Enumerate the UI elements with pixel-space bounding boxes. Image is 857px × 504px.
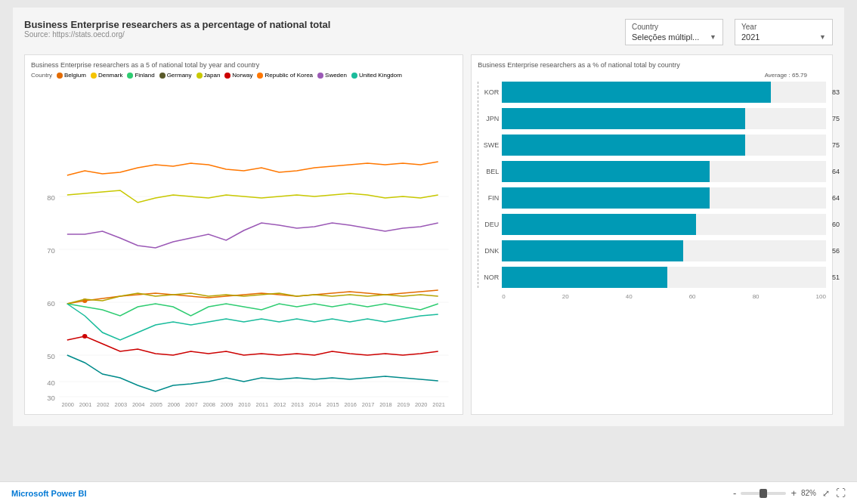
bottom-bar: Microsoft Power BI - + 82% ⤢ ⛶ bbox=[0, 481, 857, 504]
bar-fill-swe bbox=[502, 135, 745, 156]
svg-text:2000: 2000 bbox=[61, 401, 74, 408]
bar-label-dnk: DNK bbox=[478, 247, 499, 255]
bar-label-jpn: JPN bbox=[478, 115, 499, 122]
zoom-percent: 82% bbox=[801, 489, 816, 497]
zoom-plus-button[interactable]: + bbox=[789, 487, 798, 499]
expand-icon[interactable]: ⤢ bbox=[822, 488, 830, 499]
zoom-slider-thumb bbox=[760, 489, 767, 498]
svg-text:2013: 2013 bbox=[291, 401, 304, 408]
svg-text:2002: 2002 bbox=[97, 401, 110, 408]
line-belgium bbox=[67, 290, 438, 304]
bar-fill-kor bbox=[502, 82, 771, 103]
svg-text:2004: 2004 bbox=[132, 401, 145, 408]
main-title: Business Enterprise researchers as a per… bbox=[24, 19, 330, 30]
bar-track-swe: 75 bbox=[502, 135, 826, 156]
year-filter[interactable]: Year 2021 ▼ bbox=[735, 19, 833, 45]
bar-row-dnk: DNK 56 bbox=[478, 240, 826, 261]
legend-dot-germany bbox=[159, 73, 166, 79]
zoom-minus-button[interactable]: - bbox=[732, 487, 738, 499]
title-block: Business Enterprise researchers as a per… bbox=[24, 19, 330, 39]
svg-text:2003: 2003 bbox=[115, 401, 128, 408]
bar-track-fin: 64 bbox=[502, 187, 826, 209]
legend-dot-belgium bbox=[57, 73, 63, 79]
year-chevron-icon: ▼ bbox=[819, 33, 826, 41]
bar-value-fin: 64 bbox=[832, 194, 840, 202]
bar-chart-panel: Business Enterprise researchers as a % o… bbox=[471, 54, 833, 415]
country-filter[interactable]: Country Seleções múltipl... ▼ bbox=[625, 19, 723, 45]
legend-dot-finland bbox=[127, 73, 133, 79]
bar-value-swe: 75 bbox=[832, 141, 840, 149]
bar-value-bel: 64 bbox=[832, 168, 840, 175]
bar-row-kor: KOR 83 bbox=[478, 82, 826, 103]
bar-fill-dnk bbox=[502, 240, 683, 261]
legend-republic-korea: Republic of Korea bbox=[257, 72, 313, 79]
svg-text:2012: 2012 bbox=[274, 401, 286, 408]
svg-text:2017: 2017 bbox=[362, 401, 375, 408]
fullscreen-icon[interactable]: ⛶ bbox=[836, 487, 846, 499]
svg-text:2009: 2009 bbox=[221, 401, 234, 408]
country-filter-value[interactable]: Seleções múltipl... ▼ bbox=[632, 32, 716, 42]
country-chevron-icon: ▼ bbox=[710, 33, 716, 41]
bar-fill-nor bbox=[502, 267, 667, 288]
svg-text:2011: 2011 bbox=[256, 401, 269, 408]
bar-label-swe: SWE bbox=[478, 141, 499, 149]
bar-track-bel: 64 bbox=[502, 161, 826, 182]
line-republic-korea bbox=[67, 162, 438, 175]
bar-label-fin: FIN bbox=[478, 194, 499, 202]
bar-label-nor: NOR bbox=[478, 274, 499, 281]
bar-label-kor: KOR bbox=[478, 88, 499, 96]
bar-chart-title: Business Enterprise researchers as a % o… bbox=[478, 61, 826, 69]
bar-fill-fin bbox=[502, 187, 709, 209]
svg-text:2007: 2007 bbox=[185, 401, 198, 408]
legend-belgium: Belgium bbox=[57, 72, 86, 79]
svg-text:50: 50 bbox=[47, 353, 55, 360]
year-filter-value[interactable]: 2021 ▼ bbox=[741, 32, 826, 42]
power-bi-branding[interactable]: Microsoft Power BI bbox=[11, 489, 87, 498]
svg-text:2021: 2021 bbox=[432, 401, 445, 408]
svg-text:2010: 2010 bbox=[238, 401, 251, 408]
bar-value-kor: 83 bbox=[832, 88, 840, 96]
line-chart-legend: Country Belgium Denmark Finland Germany bbox=[31, 72, 456, 79]
filters-area: Country Seleções múltipl... ▼ Year 2021 … bbox=[625, 19, 833, 45]
svg-text:2020: 2020 bbox=[415, 401, 428, 408]
svg-text:70: 70 bbox=[47, 247, 55, 255]
svg-text:2005: 2005 bbox=[150, 401, 162, 408]
line-chart-svg-area: 80 70 60 50 40 30 2000 2001 2002 bbox=[31, 83, 456, 408]
year-filter-label: Year bbox=[741, 23, 826, 31]
svg-text:60: 60 bbox=[47, 300, 55, 308]
bottom-right-controls: - + 82% ⤢ ⛶ bbox=[732, 487, 846, 499]
line-denmark bbox=[67, 304, 438, 340]
line-chart-panel: Business Enterprise researchers as a 5 o… bbox=[24, 54, 463, 415]
bar-row-jpn: JPN 75 bbox=[478, 108, 826, 129]
legend-dot-uk bbox=[351, 73, 357, 79]
svg-text:30: 30 bbox=[47, 394, 55, 402]
bar-label-bel: BEL bbox=[478, 168, 499, 175]
svg-text:2001: 2001 bbox=[79, 401, 92, 408]
charts-row: Business Enterprise researchers as a 5 o… bbox=[24, 54, 833, 415]
zoom-controls: - + 82% bbox=[732, 487, 816, 499]
bar-track-deu: 60 bbox=[502, 214, 826, 235]
legend-sweden: Sweden bbox=[317, 72, 347, 79]
legend-dot-denmark bbox=[91, 73, 97, 79]
legend-uk: United Kingdom bbox=[351, 72, 402, 79]
bar-fill-jpn bbox=[502, 108, 745, 129]
bar-track-kor: 83 bbox=[502, 82, 826, 103]
line-uk bbox=[67, 355, 438, 391]
average-label: Average : 65.79 bbox=[765, 72, 807, 79]
bar-row-deu: DEU 60 bbox=[478, 214, 826, 235]
legend-dot-sweden bbox=[317, 73, 323, 79]
line-finland bbox=[67, 304, 438, 316]
bar-value-dnk: 56 bbox=[832, 247, 840, 255]
svg-text:2019: 2019 bbox=[398, 401, 410, 408]
country-filter-label: Country bbox=[632, 23, 716, 31]
bar-fill-bel bbox=[502, 161, 709, 182]
bar-value-nor: 51 bbox=[832, 274, 840, 281]
bar-track-nor: 51 bbox=[502, 267, 826, 288]
legend-norway: Norway bbox=[224, 72, 252, 79]
legend-dot-republic-korea bbox=[257, 73, 263, 79]
legend-finland: Finland bbox=[127, 72, 154, 79]
zoom-slider[interactable] bbox=[741, 492, 786, 495]
bar-chart-x-axis: 0 20 40 60 80 100 bbox=[478, 293, 826, 300]
header-area: Business Enterprise researchers as a per… bbox=[24, 19, 833, 45]
legend-label-text: Country bbox=[31, 72, 52, 79]
